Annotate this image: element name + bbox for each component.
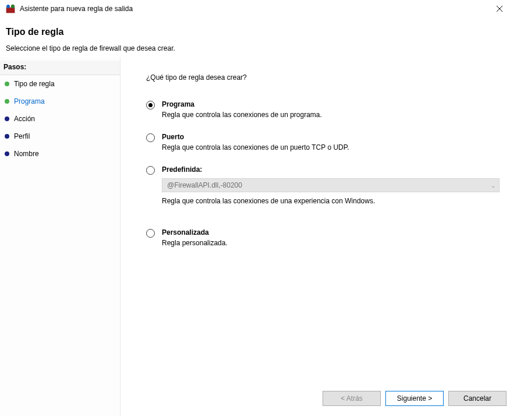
option-puerto-title: Puerto	[162, 133, 500, 141]
wizard-header: Tipo de regla Seleccione el tipo de regl…	[0, 17, 517, 57]
svg-point-7	[6, 5, 10, 8]
option-programa-title: Programa	[162, 100, 500, 108]
question-text: ¿Qué tipo de regla desea crear?	[146, 73, 500, 82]
wizard-footer: < Atrás Siguiente > Cancelar	[323, 391, 507, 406]
option-puerto-desc: Regla que controla las conexiones de un …	[162, 143, 500, 151]
window-title: Asistente para nueva regla de salida	[20, 5, 488, 13]
predefined-combo[interactable]: @FirewallAPI.dll,-80200 ⌄	[162, 178, 500, 192]
step-label: Perfil	[14, 132, 30, 140]
radio-puerto[interactable]	[146, 133, 155, 142]
step-bullet-icon	[5, 82, 9, 86]
option-puerto: Puerto Regla que controla las conexiones…	[146, 133, 500, 151]
option-predefinida-desc: Regla que controla las conexiones de una…	[162, 197, 500, 205]
firewall-icon	[6, 4, 15, 13]
page-title: Tipo de regla	[6, 27, 511, 37]
step-bullet-icon	[5, 117, 9, 121]
option-personalizada-desc: Regla personalizada.	[162, 239, 500, 247]
step-bullet-icon	[5, 99, 9, 104]
step-bullet-icon	[5, 151, 9, 156]
step-perfil[interactable]: Perfil	[0, 128, 120, 145]
step-label: Programa	[14, 97, 45, 105]
option-programa-desc: Regla que controla las conexiones de un …	[162, 111, 500, 119]
step-tipo-de-regla[interactable]: Tipo de regla	[0, 75, 120, 93]
step-label: Tipo de regla	[14, 80, 55, 88]
close-button[interactable]	[488, 1, 511, 17]
option-personalizada-title: Personalizada	[162, 228, 500, 237]
radio-personalizada[interactable]	[146, 229, 155, 238]
radio-programa[interactable]	[146, 101, 155, 110]
page-subtitle: Seleccione el tipo de regla de firewall …	[6, 44, 511, 52]
steps-sidebar: Pasos: Tipo de regla Programa Acción Per…	[0, 57, 121, 417]
next-button[interactable]: Siguiente >	[385, 391, 444, 406]
step-nombre[interactable]: Nombre	[0, 145, 120, 163]
option-programa: Programa Regla que controla las conexion…	[146, 100, 500, 119]
cancel-button[interactable]: Cancelar	[448, 391, 507, 406]
titlebar: Asistente para nueva regla de salida	[0, 0, 517, 17]
option-predefinida: Predefinida: @FirewallAPI.dll,-80200 ⌄ R…	[146, 165, 500, 205]
back-button[interactable]: < Atrás	[323, 391, 381, 406]
option-personalizada: Personalizada Regla personalizada.	[146, 228, 500, 247]
close-icon	[496, 5, 503, 12]
predefined-combo-value: @FirewallAPI.dll,-80200	[167, 181, 242, 189]
step-label: Nombre	[14, 150, 39, 158]
svg-rect-0	[6, 8, 15, 13]
wizard-main: ¿Qué tipo de regla desea crear? Programa…	[121, 57, 517, 417]
svg-point-6	[11, 5, 15, 8]
step-programa[interactable]: Programa	[0, 93, 120, 110]
chevron-down-icon: ⌄	[491, 182, 495, 189]
steps-title: Pasos:	[0, 61, 120, 75]
radio-predefinida[interactable]	[146, 166, 155, 175]
step-label: Acción	[14, 115, 35, 123]
step-bullet-icon	[5, 134, 9, 139]
step-accion[interactable]: Acción	[0, 110, 120, 128]
option-predefinida-title: Predefinida:	[162, 165, 500, 174]
